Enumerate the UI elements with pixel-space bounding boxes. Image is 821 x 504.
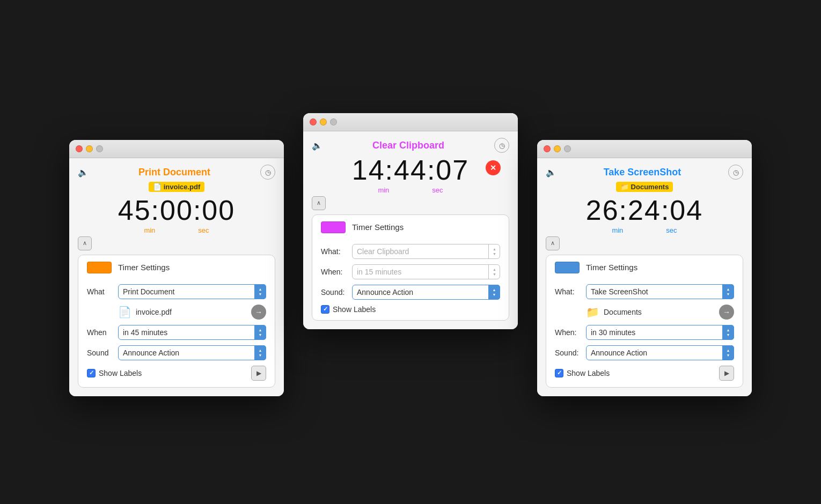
clock-button-left[interactable]: ◷ (260, 165, 275, 180)
clock-button-center[interactable]: ◷ (494, 138, 509, 153)
maximize-button-center[interactable] (330, 118, 337, 125)
window-title-center: Clear Clipboard (322, 140, 494, 151)
sec-label-right: sec (666, 226, 677, 234)
chevron-button-right[interactable]: ∧ (546, 236, 560, 250)
timer-display-right: 26:24:04 min sec (546, 195, 743, 234)
color-swatch-center[interactable] (321, 221, 346, 233)
what-select-wrapper-left: Print Document ▲ ▼ (118, 284, 266, 299)
settings-panel-left: Timer Settings What Print Document ▲ ▼ (78, 255, 275, 388)
what-label-left: What (87, 287, 114, 296)
sound-arrows-center: ▲ ▼ (488, 285, 500, 300)
what-select-wrapper-right: Take ScreenShot ▲ ▼ (586, 284, 734, 299)
settings-title-right: Timer Settings (586, 263, 637, 272)
when-arrows-center: ▲ ▼ (488, 264, 500, 279)
min-label-center: min (378, 186, 389, 194)
what-down-arrow-icon: ▼ (493, 252, 496, 256)
close-button-left[interactable] (76, 145, 83, 152)
settings-title-left: Timer Settings (118, 263, 170, 272)
min-label-right: min (612, 226, 623, 234)
sound-select-right[interactable]: Announce Action (586, 345, 734, 360)
minimize-button-left[interactable] (86, 145, 93, 152)
when-select-center: in 15 minutes (352, 264, 500, 279)
what-up-arrow-icon: ▲ (493, 247, 496, 251)
what-arrows-right: ▲ ▼ (722, 284, 734, 299)
settings-header-right: Timer Settings (555, 262, 734, 278)
maximize-button-left[interactable] (96, 145, 103, 152)
file-row-right: 📁 Documents → (586, 305, 734, 320)
what-row-center: What: Clear Clipboard ▲ ▼ (321, 244, 500, 259)
what-select-wrapper-center: Clear Clipboard ▲ ▼ (352, 244, 500, 259)
when-select-right[interactable]: in 30 minutes (586, 325, 734, 340)
folder-icon-right: 📁 (586, 306, 599, 318)
chevron-button-center[interactable]: ∧ (312, 196, 326, 210)
traffic-lights-right (544, 145, 571, 152)
color-swatch-right[interactable] (555, 262, 580, 273)
what-label-center: What: (321, 247, 348, 256)
clock-button-right[interactable]: ◷ (728, 165, 743, 180)
up-arrow-icon: ▲ (259, 287, 262, 291)
file-badge-left: 📄 invoice.pdf (78, 182, 275, 192)
sec-label-left: sec (198, 226, 209, 234)
when-arrows-left: ▲ ▼ (254, 325, 266, 340)
chevron-button-left[interactable]: ∧ (78, 236, 92, 250)
close-button-center[interactable] (310, 118, 317, 125)
sound-label-right: Sound: (555, 349, 582, 357)
what-select-right[interactable]: Take ScreenShot (586, 284, 734, 299)
show-labels-row-right: ✓ Show Labels ▶ (555, 366, 734, 381)
show-labels-checkbox-center[interactable]: ✓ (321, 305, 329, 314)
when-label-left: When (87, 328, 114, 337)
show-labels-checkbox-left[interactable]: ✓ (87, 369, 96, 377)
file-badge-text-left: invoice.pdf (164, 183, 201, 191)
sound-row-center: Sound: Announce Action ▲ ▼ (321, 285, 500, 300)
when-arrows-right: ▲ ▼ (722, 325, 734, 340)
when-label-right: When: (555, 328, 582, 337)
when-select-left[interactable]: in 45 minutes (118, 325, 266, 340)
sound-select-center[interactable]: Announce Action (352, 285, 500, 300)
titlebar-center (303, 113, 518, 131)
sound-row-right: Sound: Announce Action ▲ ▼ (555, 345, 734, 360)
sound-arrows-right: ▲ ▼ (722, 345, 734, 360)
show-labels-text-center: Show Labels (333, 305, 500, 314)
close-button-right[interactable] (544, 145, 551, 152)
play-button-right[interactable]: ▶ (719, 366, 734, 381)
timer-time-center: 14:44:07 (312, 155, 509, 186)
show-labels-checkbox-right[interactable]: ✓ (555, 369, 563, 377)
show-labels-row-left: ✓ Show Labels ▶ (87, 366, 266, 381)
when-down-arrow-icon: ▼ (493, 272, 496, 276)
what-label-right: What: (555, 287, 582, 296)
file-icon-left: 📄 (118, 306, 131, 318)
go-button-left[interactable]: → (251, 305, 266, 320)
what-arrows-left: ▲ ▼ (254, 284, 266, 299)
settings-panel-center: Timer Settings What: Clear Clipboard ▲ ▼ (312, 214, 509, 321)
sound-select-wrapper-left: Announce Action ▲ ▼ (118, 345, 266, 360)
sound-select-left[interactable]: Announce Action (118, 345, 266, 360)
sound-up-arrow-icon-c: ▲ (493, 288, 496, 292)
color-swatch-left[interactable] (87, 262, 112, 273)
sound-label-center: Sound: (321, 288, 348, 297)
sound-up-arrow-icon-r: ▲ (727, 349, 730, 352)
what-row-right: What: Take ScreenShot ▲ ▼ (555, 284, 734, 299)
when-down-arrow-icon-r: ▼ (727, 333, 730, 337)
when-select-wrapper-center: in 15 minutes ▲ ▼ (352, 264, 500, 279)
minimize-button-center[interactable] (320, 118, 327, 125)
sound-down-arrow-icon-c: ▼ (493, 293, 496, 297)
file-badge-right: 📁 Documents (546, 182, 743, 192)
when-up-arrow-icon: ▲ (259, 328, 262, 332)
go-button-right[interactable]: → (719, 305, 734, 320)
file-badge-inner-left: 📄 invoice.pdf (149, 182, 205, 192)
window-title-left: Print Document (89, 167, 260, 178)
sound-icon-right: 🔈 (546, 167, 556, 177)
sound-up-arrow-icon: ▲ (259, 349, 262, 352)
window-body-left: 🔈 Print Document ◷ 📄 invoice.pdf 45:00:0… (69, 158, 284, 396)
maximize-button-right[interactable] (564, 145, 571, 152)
when-row-left: When in 45 minutes ▲ ▼ (87, 325, 266, 340)
window-print-document: 🔈 Print Document ◷ 📄 invoice.pdf 45:00:0… (69, 140, 284, 396)
what-select-left[interactable]: Print Document (118, 284, 266, 299)
window-body-right: 🔈 Take ScreenShot ◷ 📁 Documents 26:24:04… (537, 158, 752, 396)
minimize-button-right[interactable] (554, 145, 561, 152)
when-select-wrapper-left: in 45 minutes ▲ ▼ (118, 325, 266, 340)
window-body-center: 🔈 Clear Clipboard ◷ 14:44:07 min sec ✕ ∧ (303, 131, 518, 329)
file-name-left: invoice.pdf (136, 308, 247, 316)
play-button-left[interactable]: ▶ (251, 366, 266, 381)
when-row-right: When: in 30 minutes ▲ ▼ (555, 325, 734, 340)
